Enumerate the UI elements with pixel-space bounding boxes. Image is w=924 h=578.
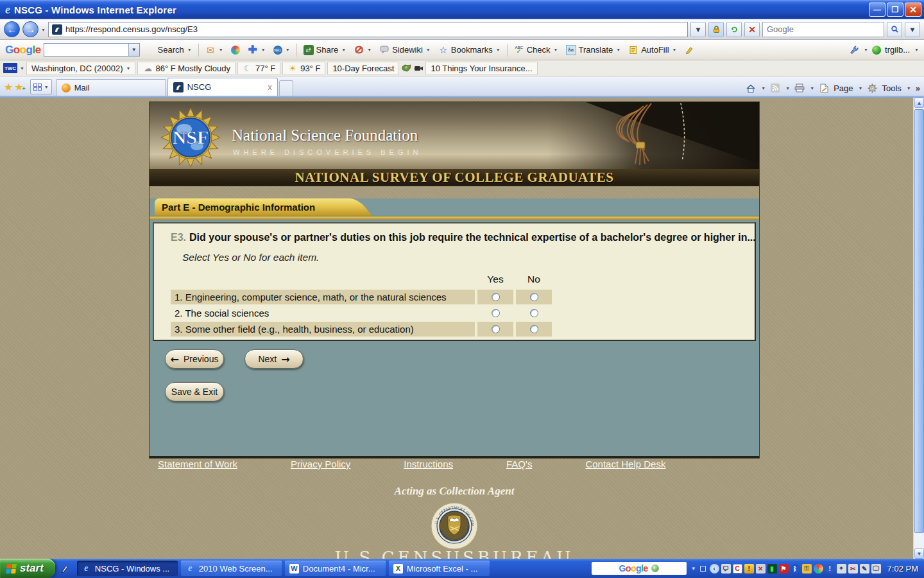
tray-network-error-icon[interactable]: ✕ [756, 564, 766, 574]
google-search-button[interactable]: Search [142, 42, 194, 58]
highlighter-button[interactable] [681, 42, 697, 58]
taskbar-task-excel[interactable]: X Microsoft Excel - ... [389, 561, 490, 576]
weather-current[interactable]: ☁ 86° F Mostly Cloudy [137, 62, 235, 75]
tray-bluetooth-icon[interactable]: ᛒ [791, 564, 800, 574]
taskbar-task-nscg[interactable]: e NSCG - Windows ... [77, 561, 178, 576]
search-history-dropdown[interactable]: ▼ [128, 44, 139, 56]
stop-button[interactable]: ✕ [744, 22, 760, 37]
weather-headline[interactable]: 10 Things Your Insurance... [425, 62, 537, 75]
weather-video-icon[interactable] [413, 63, 424, 73]
radio-item2-no[interactable] [530, 309, 538, 317]
add-favorite-icon[interactable]: ★+ [14, 79, 23, 96]
forward-button[interactable]: → [22, 21, 38, 37]
tray-volume-icon[interactable]: 🗩 [721, 564, 731, 574]
url-input[interactable] [65, 24, 684, 34]
weather-evening[interactable]: ☾ 77° F [237, 62, 280, 75]
browser-search-input[interactable] [767, 24, 880, 34]
quick-tabs-button[interactable] [30, 79, 52, 94]
autofill-button[interactable]: AutoFill [626, 42, 679, 58]
scrollbar-thumb[interactable] [914, 109, 924, 533]
tray-disconnect-icon[interactable]: ✂ [848, 564, 858, 574]
link-instructions[interactable]: Instructions [404, 459, 453, 469]
scroll-up-arrow[interactable]: ▲ [914, 98, 924, 108]
tray-security-shield-icon[interactable]: ! [744, 564, 754, 574]
dell-button[interactable]: DELL [271, 42, 293, 58]
minimize-button[interactable]: — [869, 3, 886, 17]
link-contact-help-desk[interactable]: Contact Help Desk [585, 459, 665, 469]
start-button[interactable]: start [0, 559, 55, 578]
deskbar-restore-icon[interactable] [700, 566, 706, 572]
toolbar-wrench-icon[interactable] [849, 45, 859, 55]
browser-search-box[interactable] [762, 22, 884, 37]
taskbar-task-word[interactable]: W Document4 - Micr... [285, 561, 386, 576]
tray-mouse-icon[interactable]: ⌖ [837, 564, 846, 574]
back-button[interactable]: ← [4, 21, 20, 37]
previous-button[interactable]: ← Previous [165, 349, 224, 369]
tray-swirl-icon[interactable] [814, 564, 823, 574]
radio-item3-no[interactable] [530, 325, 538, 333]
home-icon[interactable] [746, 83, 756, 93]
tab-mail[interactable]: Mail [56, 79, 166, 96]
toolbar-overflow-chevron[interactable]: » [916, 83, 920, 93]
bookmarks-button[interactable]: ☆ Bookmarks [436, 42, 503, 58]
weather-day[interactable]: ☀ 93° F [282, 62, 325, 75]
account-label[interactable]: trgilb... [885, 45, 910, 55]
news-button[interactable]: ✉ [203, 42, 226, 58]
google-toolbar-search-input[interactable]: ▼ [44, 43, 140, 57]
page-menu-label[interactable]: Page [834, 83, 853, 93]
favorites-star-icon[interactable]: ★ [4, 79, 13, 96]
swirl-button[interactable] [228, 42, 243, 58]
tab-close-icon[interactable]: x [268, 82, 272, 92]
tray-alert-icon[interactable]: ! [825, 564, 835, 574]
search-options-dropdown[interactable]: ▼ [905, 22, 920, 37]
tray-collapse-chevron[interactable]: ‹ [710, 564, 719, 574]
refresh-button[interactable] [726, 22, 742, 37]
nav-history-dropdown[interactable] [41, 26, 46, 33]
scroll-down-arrow[interactable]: ▼ [914, 548, 924, 559]
tray-copyright-icon[interactable]: C [733, 564, 742, 574]
restore-button[interactable]: ❐ [887, 3, 903, 17]
twc-dropdown[interactable] [20, 66, 24, 71]
translate-button[interactable]: åa Translate [563, 42, 624, 58]
radio-item2-yes[interactable] [492, 309, 500, 317]
deskbar-dropdown-icon[interactable]: ▼ [691, 566, 696, 572]
link-statement-of-work[interactable]: Statement of Work [158, 459, 237, 469]
ten-day-forecast[interactable]: 10-Day Forecast [327, 62, 399, 75]
rss-feed-icon[interactable] [770, 83, 780, 93]
link-faqs[interactable]: FAQ's [506, 459, 532, 469]
tray-key-icon[interactable]: ⚿ [802, 564, 812, 574]
tray-flag-icon[interactable]: ⚑ [779, 564, 789, 574]
radio-item1-yes[interactable] [492, 293, 500, 301]
address-dropdown-button[interactable]: ▼ [690, 22, 706, 37]
address-field[interactable] [48, 22, 688, 37]
add-button[interactable]: ✚ [245, 42, 268, 58]
taskbar-task-webscreen[interactable]: e 2010 Web Screen... [181, 561, 282, 576]
security-lock-icon[interactable] [708, 22, 724, 37]
close-button[interactable]: ✕ [905, 3, 921, 17]
tray-pen-icon[interactable]: ✎ [860, 564, 869, 574]
vertical-scrollbar[interactable]: ▲ ▼ [913, 98, 924, 559]
twc-logo[interactable]: TWC [3, 63, 17, 73]
tools-menu-label[interactable]: Tools [882, 83, 901, 93]
print-icon[interactable] [794, 83, 805, 93]
share-button[interactable]: ⇄ Share [301, 42, 349, 58]
page-icon[interactable] [819, 83, 829, 93]
search-magnifier-button[interactable] [887, 22, 902, 37]
radio-item1-no[interactable] [530, 293, 538, 301]
weather-map-icon[interactable] [401, 63, 411, 73]
tab-nscg-active[interactable]: NSCG x [167, 78, 278, 96]
radio-item3-yes[interactable] [492, 325, 500, 333]
new-tab-stub[interactable] [279, 80, 293, 96]
sidewiki-button[interactable]: Sidewiki [377, 42, 433, 58]
weather-location[interactable]: Washington, DC (20002) [26, 62, 136, 75]
save-exit-button[interactable]: Save & Exit [165, 382, 224, 401]
next-button[interactable]: Next → [244, 349, 304, 369]
tray-display-icon[interactable]: 🖵 [871, 564, 881, 574]
spellcheck-button[interactable]: ABC✓ Check [511, 42, 561, 58]
quick-launch-pen-icon[interactable] [60, 564, 69, 574]
tray-signal-icon[interactable]: ▮ [767, 564, 777, 574]
blocker-button[interactable] [351, 42, 374, 58]
tools-gear-icon[interactable] [867, 83, 877, 93]
google-deskbar[interactable]: Google [592, 562, 687, 575]
link-privacy-policy[interactable]: Privacy Policy [291, 459, 350, 469]
